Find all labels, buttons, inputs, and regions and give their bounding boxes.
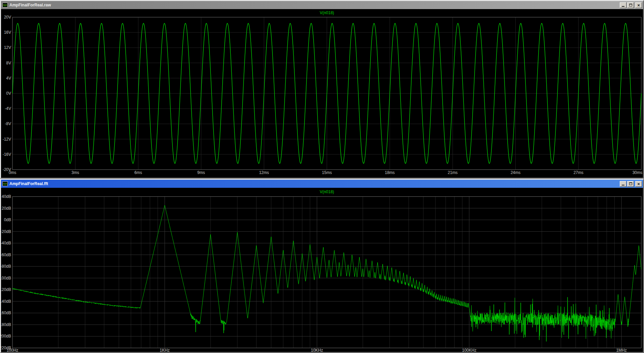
time-plot[interactable]: 20V16V12V8V4V0V-4V-8V-12V-16V-20V0ms3ms6… [1, 9, 643, 178]
svg-text:-80dB: -80dB [1, 264, 11, 269]
svg-text:0ms: 0ms [9, 170, 17, 175]
svg-text:12V: 12V [4, 45, 11, 50]
svg-text:24ms: 24ms [511, 170, 520, 175]
close-icon: × [637, 3, 640, 7]
minimize-icon [622, 185, 624, 185]
trace-label[interactable]: V(n018) [320, 10, 334, 15]
trace-v-n018-fft[interactable] [12, 205, 641, 342]
fft-plot[interactable]: 100Hz1KHz10KHz100KHz1MHz40dB20dB0dB-20dB… [1, 188, 643, 352]
svg-text:0dB: 0dB [4, 217, 11, 222]
svg-text:1MHz: 1MHz [616, 348, 626, 352]
svg-text:-16V: -16V [3, 152, 11, 157]
svg-text:-12V: -12V [3, 137, 11, 142]
svg-text:8V: 8V [6, 61, 11, 65]
minimize-button[interactable] [620, 2, 626, 8]
trace-label[interactable]: V(n018) [320, 189, 334, 194]
svg-text:40dB: 40dB [2, 194, 11, 199]
svg-text:V(n018): V(n018) [320, 189, 334, 194]
maximize-button[interactable] [627, 2, 634, 8]
svg-text:-60dB: -60dB [1, 253, 11, 257]
plot-client-raw: 20V16V12V8V4V0V-4V-8V-12V-16V-20V0ms3ms6… [1, 9, 643, 178]
window-ampfinalforreal-raw: AmpFinalForReal.raw × 20V16V12V8V4V0V-4V… [0, 0, 644, 179]
axis-labels: 100Hz1KHz10KHz100KHz1MHz40dB20dB0dB-20dB… [1, 194, 627, 352]
svg-text:0V: 0V [6, 91, 11, 96]
waveform-icon[interactable] [2, 181, 8, 186]
svg-text:100KHz: 100KHz [462, 348, 477, 352]
svg-text:12ms: 12ms [259, 170, 269, 175]
svg-text:-220dB: -220dB [1, 346, 11, 350]
svg-text:-4V: -4V [5, 106, 11, 111]
close-button[interactable]: × [635, 181, 642, 187]
svg-text:16V: 16V [4, 30, 11, 35]
svg-text:1KHz: 1KHz [160, 348, 169, 352]
waveform-icon[interactable] [2, 3, 8, 7]
svg-text:-20dB: -20dB [1, 229, 11, 234]
maximize-icon [629, 182, 632, 185]
titlebar-fft[interactable]: AmpFinalForReal.fft × [1, 180, 643, 188]
titlebar-raw[interactable]: AmpFinalForReal.raw × [1, 1, 643, 9]
window-title: AmpFinalForReal.raw [9, 3, 618, 7]
svg-text:9ms: 9ms [197, 170, 205, 175]
svg-text:10KHz: 10KHz [311, 348, 323, 352]
svg-text:-160dB: -160dB [1, 311, 11, 315]
maximize-button[interactable] [627, 181, 634, 187]
minimize-button[interactable] [620, 181, 626, 187]
svg-text:18ms: 18ms [385, 170, 395, 175]
svg-text:20V: 20V [4, 15, 11, 20]
svg-text:V(n018): V(n018) [320, 10, 334, 15]
svg-text:27ms: 27ms [574, 170, 583, 175]
svg-text:-120dB: -120dB [1, 287, 11, 292]
svg-text:-40dB: -40dB [1, 241, 11, 245]
svg-text:6ms: 6ms [134, 170, 142, 175]
window-title: AmpFinalForReal.fft [9, 181, 618, 186]
svg-text:21ms: 21ms [448, 170, 457, 175]
svg-text:30ms: 30ms [633, 170, 642, 175]
minimize-icon [622, 6, 624, 7]
svg-text:4V: 4V [6, 76, 11, 81]
close-icon: × [637, 182, 640, 186]
svg-text:-140dB: -140dB [1, 299, 11, 304]
svg-text:3ms: 3ms [71, 170, 79, 175]
svg-text:15ms: 15ms [322, 170, 332, 175]
svg-text:-8V: -8V [5, 121, 11, 126]
window-ampfinalforreal-fft: AmpFinalForReal.fft × 100Hz1KHz10KHz100K… [0, 179, 644, 353]
grid [12, 197, 641, 348]
svg-text:-180dB: -180dB [1, 322, 11, 327]
maximize-icon [629, 4, 632, 6]
svg-text:-200dB: -200dB [1, 334, 11, 339]
axis-labels: 20V16V12V8V4V0V-4V-8V-12V-16V-20V0ms3ms6… [3, 15, 642, 175]
plot-client-fft: 100Hz1KHz10KHz100KHz1MHz40dB20dB0dB-20dB… [1, 188, 643, 352]
close-button[interactable]: × [635, 2, 642, 8]
svg-text:-100dB: -100dB [1, 276, 11, 281]
svg-text:20dB: 20dB [2, 206, 11, 211]
